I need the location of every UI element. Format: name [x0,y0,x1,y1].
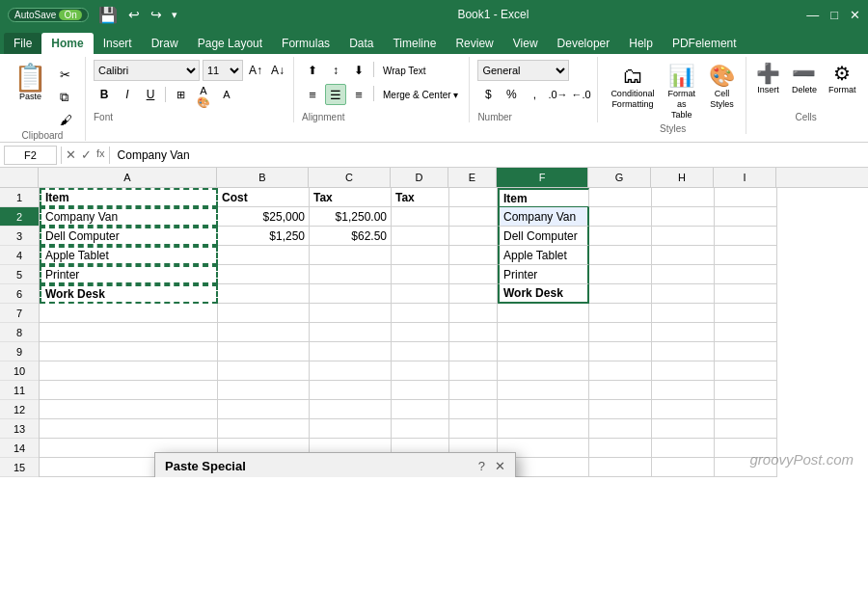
tab-data[interactable]: Data [339,33,383,54]
cell-i2[interactable] [715,207,777,227]
fill-color-btn[interactable]: A🎨 [193,84,214,105]
row-num-10[interactable]: 10 [0,361,39,381]
bold-btn[interactable]: B [94,84,115,105]
tab-pdfelement[interactable]: PDFelement [663,33,746,54]
right-align-btn[interactable]: ≡ [348,84,369,105]
cell-f4[interactable]: Apple Tablet [498,246,589,265]
col-header-a[interactable]: A [39,168,217,187]
cell-c3[interactable]: $62.50 [310,227,392,246]
percent-btn[interactable]: % [501,84,522,105]
tab-formulas[interactable]: Formulas [272,33,339,54]
increase-font-btn[interactable]: A↑ [246,61,265,80]
row-num-5[interactable]: 5 [0,265,39,284]
cell-h3[interactable] [652,227,715,246]
cell-i3[interactable] [715,227,777,246]
cell-a4[interactable]: Apple Tablet [40,246,218,265]
formula-input[interactable] [114,146,864,165]
row-num-13[interactable]: 13 [0,419,39,439]
more-qat-btn[interactable]: ▾ [169,8,180,22]
tab-review[interactable]: Review [446,33,502,54]
paste-button[interactable]: 📋 Paste [8,61,53,105]
row-num-1[interactable]: 1 [0,188,39,207]
maximize-btn[interactable]: □ [830,8,838,22]
tab-timeline[interactable]: Timeline [383,33,446,54]
cell-e4[interactable] [449,246,498,265]
increase-decimal-btn[interactable]: .0→ [547,84,568,105]
cell-b4[interactable] [218,246,310,265]
delete-cells-btn[interactable]: ➖Delete [788,60,821,96]
number-format-select[interactable]: General [477,60,569,81]
cell-g6[interactable] [589,284,652,304]
row-num-12[interactable]: 12 [0,400,39,419]
col-header-i[interactable]: I [714,168,776,187]
tab-file[interactable]: File [4,33,41,54]
col-header-b[interactable]: B [217,168,309,187]
col-header-e[interactable]: E [448,168,497,187]
autosave-toggle[interactable]: AutoSave On [8,8,89,22]
decrease-decimal-btn[interactable]: ←.0 [570,84,591,105]
underline-btn[interactable]: U [140,84,161,105]
cell-g2[interactable] [589,207,652,227]
cell-f2[interactable]: Company Van [498,207,589,227]
cell-a5[interactable]: Printer [40,265,218,284]
cell-a3[interactable]: Dell Computer [40,227,218,246]
bot-align-btn[interactable]: ⬇ [348,60,369,81]
cell-f6[interactable]: Work Desk [498,284,589,304]
insert-cells-btn[interactable]: ➕Insert [752,60,784,96]
decrease-font-btn[interactable]: A↓ [268,61,287,80]
cell-b2[interactable]: $25,000 [218,207,310,227]
cell-styles-button[interactable]: 🎨 CellStyles [704,60,740,123]
cell-e2[interactable] [449,207,498,227]
dialog-help-icon[interactable]: ? [478,459,485,473]
cell-e3[interactable] [449,227,498,246]
cell-c5[interactable] [310,265,392,284]
tab-help[interactable]: Help [619,33,663,54]
comma-btn[interactable]: , [524,84,545,105]
format-painter-button[interactable]: 🖌 [55,110,77,130]
cell-d5[interactable] [392,265,449,284]
cancel-formula-icon[interactable]: ✕ [66,147,76,162]
row-num-4[interactable]: 4 [0,246,39,265]
cell-i5[interactable] [715,265,777,284]
font-name-select[interactable]: Calibri [94,60,200,81]
mid-align-btn[interactable]: ↕ [325,60,346,81]
row-num-9[interactable]: 9 [0,342,39,361]
cell-d4[interactable] [392,246,449,265]
copy-button[interactable]: ⧉ [55,87,77,108]
font-color-btn[interactable]: A [216,84,237,105]
cell-a2[interactable]: Company Van [40,207,218,227]
cell-i6[interactable] [715,284,777,304]
left-align-btn[interactable]: ≡ [302,84,323,105]
cell-e6[interactable] [449,284,498,304]
cell-a1[interactable]: Item [40,188,218,207]
cell-h4[interactable] [652,246,715,265]
row-num-11[interactable]: 11 [0,381,39,400]
cell-b1[interactable]: Cost [218,188,310,207]
top-align-btn[interactable]: ⬆ [302,60,323,81]
tab-home[interactable]: Home [41,33,93,54]
conditional-formatting-button[interactable]: 🗂 ConditionalFormatting [606,60,659,123]
cell-g3[interactable] [589,227,652,246]
close-btn[interactable]: ✕ [850,8,860,22]
cell-reference-input[interactable] [4,146,57,165]
cell-c1[interactable]: Tax [310,188,392,207]
cell-h5[interactable] [652,265,715,284]
wrap-text-btn[interactable]: Wrap Text [378,60,431,81]
cell-g4[interactable] [589,246,652,265]
cell-g1[interactable] [589,188,652,207]
merge-center-btn[interactable]: Merge & Center ▾ [378,84,463,105]
cell-f5[interactable]: Printer [498,265,589,284]
cell-e1[interactable] [449,188,498,207]
cell-b6[interactable] [218,284,310,304]
cell-f1[interactable]: Item [498,188,589,207]
tab-insert[interactable]: Insert [94,33,142,54]
row-num-6[interactable]: 6 [0,284,39,304]
format-as-table-button[interactable]: 📊 Format asTable [663,60,700,123]
cell-e5[interactable] [449,265,498,284]
undo-btn[interactable]: ↩ [124,6,144,23]
cell-h6[interactable] [652,284,715,304]
cell-h2[interactable] [652,207,715,227]
cell-c4[interactable] [310,246,392,265]
cut-button[interactable]: ✂ [55,65,77,85]
center-align-btn[interactable]: ☰ [325,84,346,105]
